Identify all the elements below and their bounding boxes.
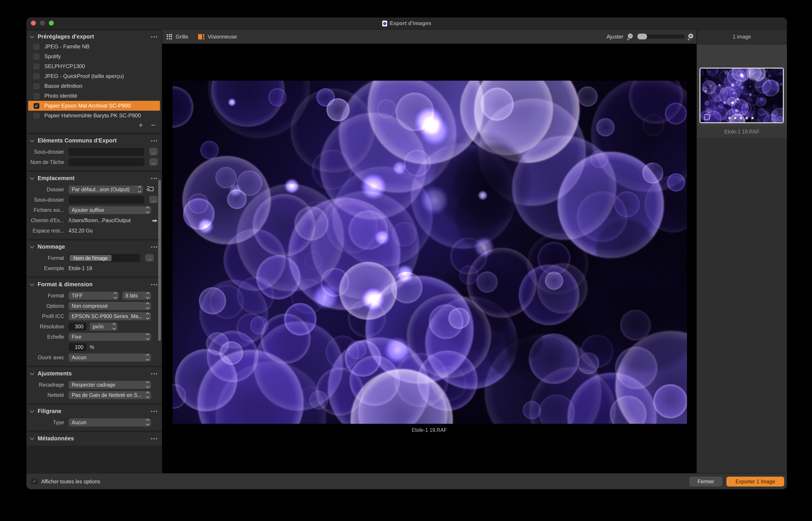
preset-item[interactable]: Basse définition [28, 81, 160, 91]
title-bar[interactable]: Export d'images [26, 18, 787, 29]
section-menu-button[interactable]: ••• [151, 245, 158, 249]
preset-label: Papier Epson Mat Archival SC-P900 [44, 103, 131, 109]
resolution-unit-select[interactable]: px/in [90, 322, 117, 331]
section-menu-button[interactable]: ••• [151, 138, 158, 143]
goto-path-arrow-button[interactable]: ➡ [152, 218, 157, 223]
disclosure-chevron-icon[interactable] [30, 436, 34, 440]
section-common-elements: Eléments Communs d'Export ••• Sous-dossi… [26, 134, 162, 170]
section-metadata: Métadonnées ••• [26, 432, 162, 446]
panel-scrollbar[interactable] [158, 180, 161, 341]
export-path-value: /Users/floren...Pauc/Output [69, 218, 131, 223]
zoom-in-icon[interactable]: + [688, 33, 694, 40]
traffic-lights [31, 21, 54, 25]
file-format-label: Format [29, 293, 64, 298]
window-title: Export d'images [382, 20, 431, 26]
preset-item[interactable]: JPEG - QuickProof (taille aperçu) [28, 71, 160, 81]
disclosure-chevron-icon[interactable] [30, 371, 34, 375]
section-menu-button[interactable]: ••• [151, 409, 158, 413]
location-subfolder-more-button[interactable]: ... [149, 196, 158, 203]
minimize-window-button[interactable] [40, 21, 45, 25]
remove-preset-button[interactable]: − [151, 122, 156, 129]
preset-item[interactable]: Papier Hahnemühle Baryta PK SC-P900 [28, 111, 160, 120]
close-button[interactable]: Fermer [689, 476, 722, 486]
scale-percent-input[interactable]: 100 [69, 343, 87, 351]
zoom-slider[interactable] [636, 35, 685, 39]
preset-checkbox[interactable] [33, 113, 40, 118]
disclosure-chevron-icon[interactable] [30, 175, 34, 180]
crop-value: Respecter cadrage [72, 382, 144, 387]
section-menu-button[interactable]: ••• [151, 282, 158, 287]
file-format-select[interactable]: TIFF [69, 291, 119, 299]
location-subfolder-input[interactable] [69, 196, 144, 204]
browser-panel: 1 image Etole-1 19.RAF ★★★★★ [696, 29, 787, 473]
preset-checkbox[interactable] [33, 103, 40, 109]
naming-format-input[interactable]: Nom de l'image [69, 254, 140, 262]
tab-viewer-label: Visionneuse [208, 33, 237, 40]
export-button[interactable]: Exporter 1 Image [726, 476, 784, 486]
stepper-icon [146, 303, 149, 309]
sharpening-select[interactable]: Pas de Gain de Netteté en S... [69, 391, 151, 399]
preset-item[interactable]: Photo identité [28, 91, 160, 101]
watermark-type-label: Type [29, 420, 64, 425]
preset-checkbox[interactable] [33, 83, 40, 89]
naming-more-button[interactable]: ... [145, 254, 154, 262]
folder-select[interactable]: Par défaut...sion (Output) [69, 185, 143, 193]
preset-item[interactable]: Spotify [28, 51, 160, 61]
tab-viewer[interactable]: Visionneuse [198, 33, 237, 40]
section-menu-button[interactable]: ••• [151, 35, 158, 39]
section-menu-button[interactable]: ••• [151, 176, 158, 181]
grid-icon [167, 34, 172, 39]
preset-item[interactable]: JPEG - Famille NB [28, 42, 160, 51]
preset-label: Photo identité [44, 93, 77, 99]
tab-grid-label: Grille [176, 33, 188, 40]
sharpening-label: Netteté [29, 392, 64, 398]
zoom-out-icon[interactable]: − [627, 33, 633, 40]
folder-gear-button[interactable] [146, 185, 154, 194]
job-name-input[interactable] [69, 158, 144, 166]
section-menu-button[interactable]: ••• [151, 436, 158, 441]
close-window-button[interactable] [31, 21, 36, 25]
naming-sample-label: Exemple [29, 266, 64, 271]
open-with-select[interactable]: Aucun [69, 353, 151, 361]
job-name-label: Nom de Tâche [29, 159, 64, 165]
tab-grid[interactable]: Grille [167, 33, 188, 40]
preset-item[interactable]: SELPHYCP1300 [28, 61, 160, 71]
resolution-input[interactable]: 300 [69, 322, 87, 331]
job-name-more-button[interactable]: ... [149, 158, 158, 166]
preset-label: Papier Hahnemühle Baryta PK SC-P900 [44, 112, 141, 119]
scale-label: Echelle [29, 334, 64, 339]
naming-token[interactable]: Nom de l'image [69, 255, 112, 261]
preset-checkbox[interactable] [33, 93, 40, 99]
thumbnail-selected[interactable]: ★★★★★ [700, 68, 784, 123]
disclosure-chevron-icon[interactable] [30, 281, 34, 286]
preset-checkbox[interactable] [33, 44, 40, 49]
zoom-slider-handle[interactable] [637, 33, 647, 40]
disclosure-chevron-icon[interactable] [30, 34, 34, 38]
icc-profile-select[interactable]: EPSON SC-P900 Series_Ma... [69, 312, 151, 320]
preset-checkbox[interactable] [33, 53, 40, 59]
crop-select[interactable]: Respecter cadrage [69, 381, 151, 389]
disclosure-chevron-icon[interactable] [30, 138, 34, 142]
star-rating[interactable]: ★★★★★ [700, 115, 783, 121]
preset-label: JPEG - Famille NB [44, 43, 89, 50]
compression-select[interactable]: Non compressé [69, 302, 151, 310]
add-preset-button[interactable]: + [138, 122, 143, 129]
preset-checkbox[interactable] [33, 63, 40, 69]
subfolder-input[interactable] [69, 148, 144, 156]
resolution-label: Résolution [29, 324, 64, 329]
watermark-type-select[interactable]: Aucun [69, 418, 151, 426]
bit-depth-select[interactable]: 8 bits [122, 291, 151, 299]
section-adjustments-title: Ajustements [38, 370, 72, 377]
section-menu-button[interactable]: ••• [151, 371, 158, 376]
subfolder-more-button[interactable]: ... [149, 148, 158, 155]
disclosure-chevron-icon[interactable] [30, 244, 34, 248]
zoom-fit-label: Ajuster [607, 33, 623, 40]
show-all-options-checkbox[interactable] [31, 478, 37, 484]
zoom-window-button[interactable] [49, 21, 54, 25]
scale-select[interactable]: Fixe [69, 333, 151, 341]
preset-checkbox[interactable] [33, 73, 40, 79]
existing-files-select[interactable]: Ajouter suffixe [69, 206, 151, 214]
preset-item[interactable]: Papier Epson Mat Archival SC-P900 [28, 101, 160, 111]
folder-value: Par défaut...sion (Output) [72, 187, 136, 192]
disclosure-chevron-icon[interactable] [30, 408, 34, 413]
